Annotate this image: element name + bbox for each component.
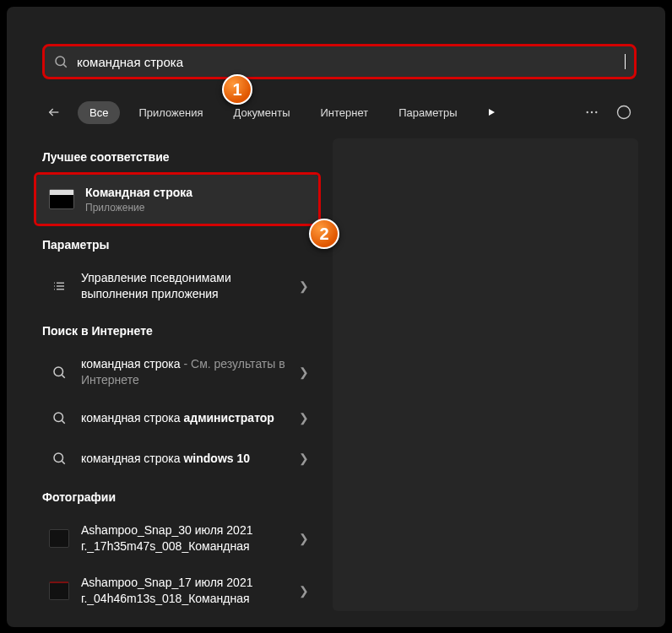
svg-line-15 bbox=[62, 375, 64, 377]
best-match-subtitle: Приложение bbox=[85, 202, 306, 214]
chevron-right-icon: ❯ bbox=[299, 584, 309, 598]
annotation-badge-2: 2 bbox=[309, 219, 339, 249]
chevron-right-icon: ❯ bbox=[299, 452, 309, 465]
results-column: Лучшее соответствие Командная строка При… bbox=[34, 138, 321, 617]
filter-tabs: Все Приложения Документы Интернет Параме… bbox=[42, 95, 637, 130]
svg-point-5 bbox=[591, 111, 593, 113]
chevron-right-icon: ❯ bbox=[299, 279, 309, 293]
svg-point-18 bbox=[54, 453, 63, 463]
svg-point-7 bbox=[618, 106, 631, 119]
svg-point-4 bbox=[587, 111, 588, 113]
svg-point-6 bbox=[595, 111, 597, 113]
svg-point-16 bbox=[54, 413, 63, 422]
account-button[interactable] bbox=[611, 100, 637, 125]
best-match-highlight: Командная строка Приложение bbox=[34, 172, 321, 226]
svg-point-14 bbox=[54, 367, 63, 376]
annotation-badge-1: 1 bbox=[222, 74, 252, 105]
search-icon bbox=[49, 408, 69, 428]
chevron-right-icon: ❯ bbox=[299, 411, 309, 425]
photo-item-title: Ashampoo_Snap_30 июля 2021 г._17h35m47s_… bbox=[81, 522, 292, 555]
svg-marker-3 bbox=[489, 109, 495, 116]
tab-apps[interactable]: Приложения bbox=[127, 101, 214, 124]
image-thumb-icon bbox=[49, 528, 69, 549]
image-thumb-icon bbox=[49, 581, 69, 601]
tab-settings[interactable]: Параметры bbox=[387, 101, 469, 124]
web-item-2[interactable]: командная строка windows 10 ❯ bbox=[34, 438, 321, 479]
section-best-match: Лучшее соответствие bbox=[42, 150, 312, 164]
more-options-button[interactable] bbox=[579, 100, 604, 125]
back-button[interactable] bbox=[42, 100, 66, 124]
best-match-item[interactable]: Командная строка Приложение bbox=[36, 175, 318, 224]
photo-item-1[interactable]: Ashampoo_Snap_17 июля 2021 г._04h46m13s_… bbox=[34, 565, 321, 617]
section-web: Поиск в Интернете bbox=[42, 324, 312, 338]
settings-item-aliases[interactable]: Управление псевдонимами выполнения прило… bbox=[34, 260, 321, 312]
preview-panel bbox=[333, 138, 638, 611]
tab-web[interactable]: Интернет bbox=[308, 101, 380, 124]
photo-item-0[interactable]: Ashampoo_Snap_30 июля 2021 г._17h35m47s_… bbox=[34, 512, 321, 565]
svg-line-1 bbox=[63, 64, 66, 67]
web-item-1[interactable]: командная строка администратор ❯ bbox=[34, 398, 321, 438]
search-input[interactable]: командная строка bbox=[77, 55, 630, 69]
svg-line-17 bbox=[62, 421, 64, 424]
search-bar[interactable]: командная строка bbox=[42, 44, 637, 79]
cmd-icon bbox=[48, 186, 75, 213]
section-photos: Фотографии bbox=[42, 490, 312, 504]
web-item-title: командная строка windows 10 bbox=[81, 451, 292, 467]
text-caret bbox=[625, 54, 626, 69]
search-icon bbox=[49, 362, 69, 382]
web-item-title: командная строка - См. результаты в Инте… bbox=[81, 356, 292, 388]
svg-point-0 bbox=[56, 57, 65, 66]
best-match-title: Командная строка bbox=[85, 185, 306, 201]
list-icon bbox=[49, 276, 69, 296]
search-icon bbox=[53, 54, 68, 69]
photo-item-title: Ashampoo_Snap_17 июля 2021 г._04h46m13s_… bbox=[81, 575, 292, 607]
chevron-right-icon: ❯ bbox=[299, 365, 309, 379]
svg-line-19 bbox=[62, 462, 64, 464]
more-tab-button[interactable] bbox=[480, 100, 503, 124]
search-icon bbox=[49, 448, 69, 468]
chevron-right-icon: ❯ bbox=[299, 532, 309, 545]
web-item-title: командная строка администратор bbox=[81, 410, 292, 426]
tab-all[interactable]: Все bbox=[78, 101, 120, 124]
web-item-0[interactable]: командная строка - См. результаты в Инте… bbox=[34, 346, 321, 398]
settings-item-title: Управление псевдонимами выполнения прило… bbox=[81, 270, 292, 302]
section-settings: Параметры bbox=[42, 238, 312, 252]
search-panel: командная строка 1 Все Приложения Докуме… bbox=[7, 7, 665, 627]
